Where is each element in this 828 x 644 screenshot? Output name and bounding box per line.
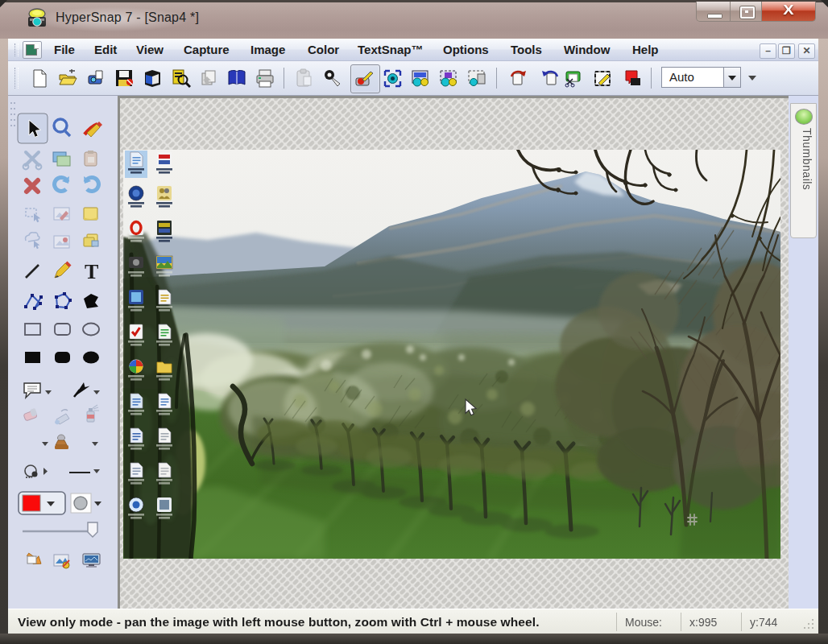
svg-text:T: T — [85, 260, 98, 283]
